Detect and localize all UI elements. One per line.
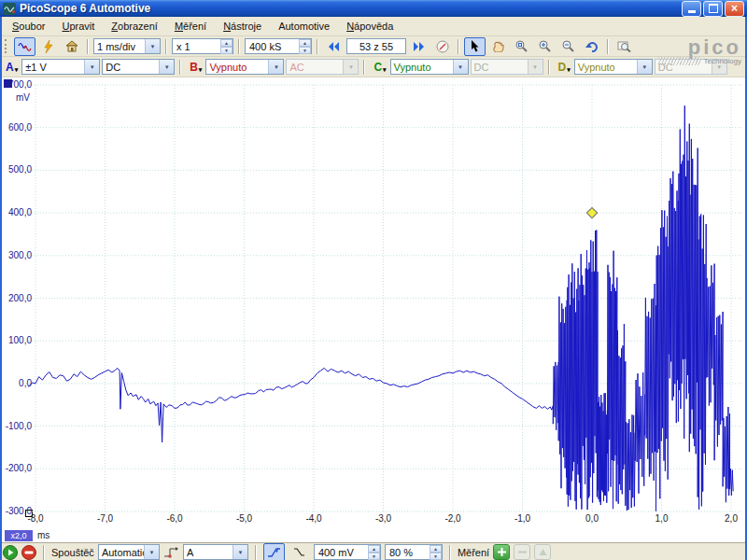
y-tick-label: 700,0 [0,79,32,90]
separator [449,545,451,560]
spin-up-icon[interactable]: ▲ [368,545,380,553]
menu-item-napoveda[interactable]: Nápověda [338,19,402,34]
channel-menu-caret-icon: ▾ [199,66,203,74]
home-button[interactable] [61,37,82,56]
spin-up-icon[interactable]: ▲ [430,545,442,553]
horizontal-zoom-value: x 1 [173,39,220,53]
edit-measurement-button[interactable] [534,544,551,560]
scope-display[interactable]: mV x2,0 ms 700,0600,0500,0400,0300,0200,… [0,77,747,542]
restore-button[interactable] [703,1,723,17]
menu-item-nastroje[interactable]: Nástroje [215,19,270,34]
autoset-button[interactable] [37,37,59,56]
pointer-tool-button[interactable] [464,37,486,56]
chevron-down-icon: ▼ [343,60,358,74]
stop-capture-button[interactable] [21,545,36,560]
channel-a-range-select[interactable]: ±1 V▼ [21,59,100,75]
rising-edge-button[interactable] [263,543,285,560]
undo-icon [585,41,599,52]
trigger-marker[interactable] [586,207,597,217]
minus-icon [518,548,527,556]
timebase-select[interactable]: 1 ms/div ▼ [93,38,161,54]
channel-a-coupling-select[interactable]: DC▼ [102,59,175,75]
x-tick-label: -7,0 [85,513,126,524]
channel-b-range-select[interactable]: Vypnuto▼ [205,59,284,75]
y-tick-label: -200,0 [0,463,32,473]
separator [607,39,609,54]
advanced-trigger-button[interactable] [163,546,179,558]
pretrigger-spinner[interactable]: 80 % ▲ ▼ [385,544,443,560]
channel-c-button[interactable]: C▾ [374,61,386,74]
channel-b-button[interactable]: B▾ [190,61,202,74]
channel-c-coupling-select[interactable]: DC▼ [471,59,543,75]
channel-b-range-select-value: Vypnuto [206,62,268,73]
main-toolbar: 1 ms/div ▼ x 1 ▲ ▼ 400 kS ▲ ▼ 53 z 55 [0,36,747,57]
channel-menu-caret-icon: ▾ [15,66,19,74]
falling-edge-button[interactable] [289,543,310,560]
edit-icon [539,548,547,556]
toolbar-grip[interactable] [5,39,9,53]
separator [87,39,89,54]
channel-c-range-select[interactable]: Vypnuto▼ [390,59,469,75]
previous-buffer-button[interactable] [323,37,345,56]
menu-item-soubor[interactable]: Soubor [4,19,53,34]
go-icon [3,545,18,560]
close-icon: × [731,4,738,13]
waveform-view-button[interactable] [14,37,35,56]
pointer-icon [471,40,480,52]
channel-d-button[interactable]: D▾ [558,61,571,74]
menu-item-zobrazeni[interactable]: Zobrazení [103,19,166,34]
y-tick-label: 100,0 [0,335,32,345]
undo-zoom-button[interactable] [581,37,602,56]
menu-item-upravit[interactable]: Upravit [53,19,103,34]
channel-a-button[interactable]: A▾ [6,61,18,74]
trigger-source-select[interactable]: A ▼ [183,544,248,560]
trigger-mode-value: Automatický [99,547,144,558]
hand-pan-button[interactable] [487,37,509,56]
spin-down-icon[interactable]: ▼ [430,553,442,560]
pretrigger-value: 80 % [386,545,430,559]
remove-measurement-button[interactable] [514,544,530,560]
minimize-button[interactable] [682,1,701,17]
next-buffer-button[interactable] [408,37,430,56]
zoom-in-button[interactable] [534,37,556,56]
sample-count-spinner[interactable]: 400 kS ▲ ▼ [245,38,312,54]
zoom-overview-icon [617,40,631,52]
x-tick-label: -6,0 [154,513,195,524]
channel-b-coupling-select-value: AC [287,62,343,73]
spin-down-icon[interactable]: ▼ [368,553,380,560]
start-capture-button[interactable] [3,545,18,560]
trigger-level-spinner[interactable]: 400 mV ▲ ▼ [314,544,381,560]
zoom-overview-button[interactable] [613,37,635,56]
spin-down-icon[interactable]: ▼ [299,47,311,54]
buffer-navigator-button[interactable] [431,37,453,56]
menu-bar: SouborUpravitZobrazeníMěřeníNástrojeAuto… [0,17,747,36]
zoom-marquee-button[interactable] [511,37,532,56]
waveform-canvas[interactable] [0,77,747,542]
spin-up-icon[interactable]: ▲ [299,39,311,47]
separator [43,545,45,560]
add-measurement-button[interactable] [493,544,510,560]
horizontal-zoom-spinner[interactable]: x 1 ▲ ▼ [172,38,233,54]
x-tick-label: -2,0 [432,513,473,524]
trigger-mode-select[interactable]: Automatický ▼ [98,544,160,560]
chevron-down-icon: ▼ [84,60,99,74]
chevron-down-icon: ▼ [233,545,247,559]
plus-icon [498,548,506,556]
menu-item-automotive[interactable]: Automotive [270,19,338,34]
x-tick-label: 0,0 [571,513,613,524]
spin-down-icon[interactable]: ▼ [220,47,233,54]
pico-brand-text: pico [641,38,741,57]
channel-b-coupling-select[interactable]: AC▼ [286,59,359,75]
channel-menu-caret-icon: ▾ [383,66,387,74]
spin-up-icon[interactable]: ▲ [220,39,233,47]
zoom-out-button[interactable] [557,37,579,56]
close-button[interactable]: × [725,1,744,17]
buffer-position-value: 53 z 55 [359,41,393,52]
x-tick-label: -3,0 [363,513,404,524]
menu-item-mereni[interactable]: Měření [166,19,215,34]
chevron-down-icon: ▼ [528,60,543,74]
title-bar[interactable]: PicoScope 6 Automotive × [0,0,747,17]
buffer-position-field[interactable]: 53 z 55 [346,38,406,54]
chevron-down-icon: ▼ [159,60,174,74]
flash-icon [43,40,53,53]
